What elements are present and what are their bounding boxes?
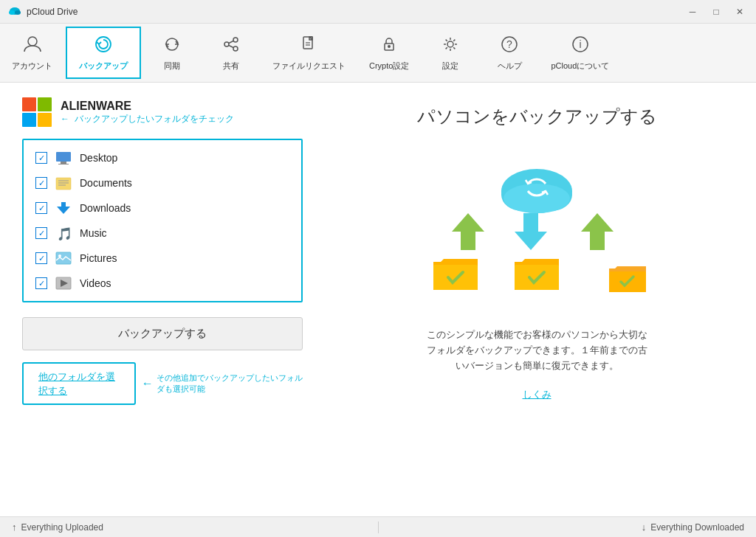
app-logo: [7, 4, 22, 19]
account-label: アカウント: [12, 60, 52, 72]
checkbox-music[interactable]: ✓: [35, 227, 47, 239]
close-button[interactable]: ✕: [731, 4, 749, 19]
other-folder-button[interactable]: 他のフォルダを選択する: [38, 371, 115, 396]
svg-text:i: i: [579, 38, 581, 50]
nav-crypto[interactable]: Crypto設定: [357, 24, 421, 82]
svg-line-9: [229, 46, 233, 48]
computer-header: ALIENWARE ← バックアップしたいフォルダをチェック: [22, 97, 303, 127]
desktop-folder-icon: [55, 150, 72, 165]
nav-share[interactable]: 共有: [202, 24, 261, 82]
backup-label: バックアップ: [79, 60, 128, 72]
settings-label: 設定: [442, 60, 458, 72]
folder-item-music[interactable]: ✓ 🎵 Music: [32, 221, 292, 245]
nav-bar: アカウント バックアップ 同期 共有 ファイルリクエスト Crypto設定: [0, 24, 756, 83]
checkbox-downloads[interactable]: ✓: [35, 202, 47, 214]
minimize-button[interactable]: ─: [684, 4, 701, 19]
crypto-label: Crypto設定: [369, 60, 409, 72]
documents-folder-icon: [55, 176, 72, 190]
other-folder-section: 他のフォルダを選択する その他追加でバックアップしたいフォルダも選択可能: [22, 362, 303, 405]
folder-name-music: Music: [80, 227, 107, 239]
nav-account[interactable]: アカウント: [0, 24, 64, 82]
folder-item-desktop[interactable]: ✓ Desktop: [32, 146, 292, 170]
backup-illustration: [411, 143, 662, 313]
svg-point-16: [447, 41, 453, 47]
backup-icon: [93, 34, 114, 58]
svg-marker-39: [515, 213, 547, 250]
learn-more-link[interactable]: しくみ: [523, 388, 551, 401]
svg-point-3: [28, 37, 37, 46]
checkbox-documents[interactable]: ✓: [35, 177, 47, 189]
crypto-icon: [379, 34, 399, 58]
nav-about[interactable]: i pCloudについて: [539, 24, 621, 82]
download-icon: ↓: [642, 522, 647, 533]
computer-name: ALIENWARE: [61, 100, 234, 113]
nav-sync[interactable]: 同期: [142, 24, 202, 82]
svg-point-7: [233, 46, 238, 51]
sync-label: 同期: [164, 60, 180, 72]
right-panel: パソコンをバックアップする: [317, 83, 756, 516]
checkbox-desktop[interactable]: ✓: [35, 152, 47, 164]
folder-item-videos[interactable]: ✓ Videos: [32, 271, 292, 295]
folder-item-downloads[interactable]: ✓ Downloads: [32, 196, 292, 220]
win-tile-yellow: [38, 113, 52, 127]
settings-icon: [440, 34, 461, 58]
folder-name-desktop: Desktop: [80, 152, 117, 164]
checkbox-pictures[interactable]: ✓: [35, 252, 47, 264]
main-content: ALIENWARE ← バックアップしたいフォルダをチェック ✓ Desktop…: [0, 83, 756, 516]
nav-backup[interactable]: バックアップ: [66, 27, 141, 79]
status-bar: ↑ Everything Uploaded ↓ Everything Downl…: [0, 516, 756, 537]
videos-folder-icon: [55, 276, 72, 291]
about-label: pCloudについて: [551, 60, 609, 72]
upload-status-text: Everything Uploaded: [21, 522, 103, 533]
win-tile-red: [22, 97, 36, 111]
share-icon: [221, 34, 241, 58]
title-bar: pCloud Drive ─ □ ✕: [0, 0, 756, 24]
window-controls: ─ □ ✕: [684, 4, 749, 19]
share-label: 共有: [223, 60, 239, 72]
svg-marker-37: [452, 213, 484, 250]
svg-rect-40: [433, 265, 478, 290]
win-tile-blue: [22, 113, 36, 127]
svg-text:?: ?: [507, 38, 513, 50]
left-panel: ALIENWARE ← バックアップしたいフォルダをチェック ✓ Desktop…: [0, 83, 317, 516]
music-folder-icon: 🎵: [55, 226, 72, 240]
svg-point-36: [504, 184, 570, 213]
filerequest-label: ファイルリクエスト: [272, 60, 346, 72]
downloads-folder-icon: [55, 201, 72, 215]
backup-button[interactable]: バックアップする: [22, 317, 303, 350]
other-folder-hint: その他追加でバックアップしたいフォルダも選択可能: [142, 373, 303, 395]
download-status-text: Everything Downloaded: [650, 522, 744, 533]
help-label: ヘルプ: [498, 60, 522, 72]
folder-item-pictures[interactable]: ✓ Pictures: [32, 246, 292, 270]
about-icon: i: [570, 34, 591, 58]
maximize-button[interactable]: □: [707, 4, 725, 19]
svg-point-1: [9, 10, 15, 15]
svg-rect-23: [58, 164, 69, 164]
svg-rect-21: [56, 152, 71, 162]
svg-point-6: [233, 38, 238, 42]
status-upload: ↑ Everything Uploaded: [12, 522, 378, 533]
nav-settings[interactable]: 設定: [421, 24, 480, 82]
folder-name-downloads: Downloads: [80, 202, 131, 214]
checkbox-videos[interactable]: ✓: [35, 277, 47, 289]
folder-name-documents: Documents: [80, 177, 132, 189]
upload-icon: ↑: [12, 522, 17, 533]
folder-item-documents[interactable]: ✓ Documents: [32, 171, 292, 195]
folder-name-pictures: Pictures: [80, 252, 117, 264]
svg-point-5: [224, 42, 229, 46]
svg-rect-41: [515, 265, 559, 290]
account-icon: [22, 34, 43, 58]
filerequest-icon: [299, 34, 320, 58]
nav-filerequest[interactable]: ファイルリクエスト: [261, 24, 357, 82]
help-icon: ?: [499, 34, 520, 58]
svg-line-8: [229, 41, 233, 44]
computer-hint: ← バックアップしたいフォルダをチェック: [61, 113, 234, 125]
win-tile-green: [38, 97, 52, 111]
windows-logo: [22, 97, 52, 127]
svg-point-15: [388, 45, 391, 48]
other-folder-container: 他のフォルダを選択する: [22, 362, 136, 405]
svg-text:🎵: 🎵: [57, 226, 72, 240]
nav-help[interactable]: ? ヘルプ: [480, 24, 539, 82]
app-title: pCloud Drive: [27, 7, 684, 17]
svg-point-2: [15, 10, 21, 15]
